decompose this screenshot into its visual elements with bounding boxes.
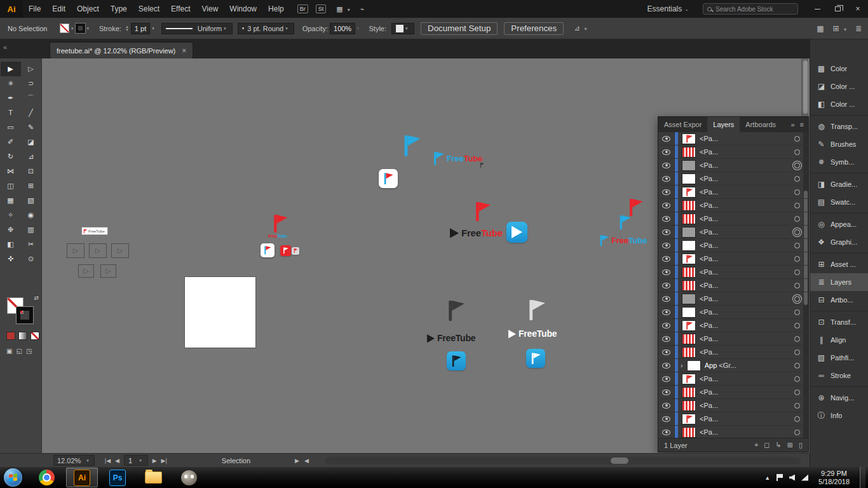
dock-item-layers[interactable]: ≣Layers bbox=[810, 273, 868, 291]
start-button[interactable] bbox=[4, 468, 22, 487]
layer-row[interactable]: <Pa... bbox=[658, 186, 808, 199]
tool-scale[interactable]: ⊿ bbox=[21, 149, 41, 164]
layer-row[interactable]: <Pa... bbox=[658, 159, 808, 172]
artwork-flag-dark[interactable] bbox=[447, 301, 465, 321]
artwork-placeholder-icon[interactable]: ▷ bbox=[89, 243, 107, 258]
target-icon[interactable] bbox=[794, 349, 800, 355]
target-icon[interactable] bbox=[794, 296, 800, 302]
tool-shape-builder[interactable]: ◫ bbox=[1, 179, 21, 193]
artwork-flag-dark-tiny[interactable] bbox=[480, 163, 484, 168]
arrange-panel-icon[interactable]: ⊞ ▾ bbox=[833, 24, 846, 33]
dock-item-color-themes[interactable]: ◧Color ... bbox=[810, 95, 868, 113]
visibility-eye-icon[interactable] bbox=[658, 252, 675, 265]
visibility-eye-icon[interactable] bbox=[658, 332, 675, 345]
artwork-appicon-white[interactable] bbox=[379, 169, 398, 188]
artwork-appicon-blue-darkflag[interactable] bbox=[447, 351, 466, 370]
tool-gradient[interactable]: ▧ bbox=[21, 193, 41, 208]
visibility-eye-icon[interactable] bbox=[658, 199, 675, 212]
dock-item-transparency[interactable]: ◍Transp... bbox=[810, 118, 868, 135]
artwork-placeholder-icon[interactable]: ▷ bbox=[100, 264, 116, 278]
dock-item-asset-export[interactable]: ⊞Asset ... bbox=[810, 255, 868, 273]
artwork-flag-red-2[interactable] bbox=[474, 202, 491, 221]
target-icon[interactable] bbox=[794, 136, 800, 142]
delete-layer-icon[interactable]: ▯ bbox=[799, 441, 803, 449]
dock-item-symbols[interactable]: ✵Symb... bbox=[810, 153, 868, 171]
layer-row[interactable]: <Pa... bbox=[658, 319, 808, 332]
artwork-mini-logo[interactable]: FreeTube bbox=[81, 227, 108, 235]
next-artboard-icon[interactable]: ▶ bbox=[153, 458, 157, 464]
target-icon[interactable] bbox=[794, 376, 800, 382]
color-button[interactable] bbox=[6, 332, 15, 340]
visibility-eye-icon[interactable] bbox=[658, 172, 675, 185]
tool-artboard[interactable]: ◧ bbox=[1, 237, 21, 252]
adobe-stock-search[interactable] bbox=[703, 3, 798, 15]
dock-item-transform[interactable]: ⊡Transf... bbox=[810, 313, 868, 331]
artwork-placeholder-icon[interactable]: ▷ bbox=[78, 264, 94, 278]
swap-fill-stroke-icon[interactable]: ⇄ bbox=[34, 295, 39, 301]
target-icon[interactable] bbox=[794, 323, 800, 329]
tool-rectangle[interactable]: ▭ bbox=[1, 120, 21, 135]
dock-item-stroke[interactable]: ═Stroke bbox=[810, 367, 868, 384]
vertical-scroll-thumb[interactable] bbox=[803, 60, 808, 114]
menu-item-help[interactable]: Help bbox=[262, 0, 290, 18]
document-setup-button[interactable]: Document Setup bbox=[421, 22, 498, 35]
artwork-flag-light[interactable] bbox=[527, 300, 545, 320]
artwork-appicon-white-small[interactable] bbox=[261, 243, 275, 257]
visibility-eye-icon[interactable] bbox=[658, 212, 675, 225]
menu-item-file[interactable]: File bbox=[23, 0, 46, 18]
visibility-eye-icon[interactable] bbox=[658, 239, 675, 252]
layer-row[interactable]: <Pa... bbox=[658, 199, 808, 212]
visibility-eye-icon[interactable] bbox=[658, 386, 675, 398]
tool-free-transform[interactable]: ⊡ bbox=[21, 164, 41, 179]
tool-perspective-grid[interactable]: ⊞ bbox=[21, 179, 41, 193]
target-icon[interactable] bbox=[794, 269, 800, 275]
workspace-switcher[interactable]: Essentials ⌄ bbox=[642, 4, 694, 13]
artwork-flag-blue-large[interactable] bbox=[402, 135, 421, 156]
visibility-eye-icon[interactable] bbox=[658, 132, 675, 145]
scroll-right-icon[interactable]: ◀ bbox=[304, 458, 309, 464]
artwork-flag-red-3[interactable] bbox=[628, 199, 643, 216]
artwork-lockup-white[interactable]: FreeTube bbox=[508, 329, 557, 339]
taskbar-photoshop[interactable]: Ps bbox=[102, 468, 133, 487]
zoom-control[interactable]: 12.02% ▾ bbox=[53, 455, 95, 466]
target-icon[interactable] bbox=[794, 390, 800, 395]
target-icon[interactable] bbox=[794, 176, 800, 182]
network-icon[interactable] bbox=[801, 475, 808, 481]
artboard-number-box[interactable]: 1 ▾ bbox=[124, 455, 148, 466]
minimize-button[interactable] bbox=[807, 0, 827, 18]
target-icon[interactable] bbox=[794, 283, 800, 288]
stroke-weight-dropdown-icon[interactable]: ▾ bbox=[152, 26, 154, 31]
tool-mesh[interactable]: ▦ bbox=[1, 193, 21, 208]
dock-item-align[interactable]: ∥Align bbox=[810, 331, 868, 349]
panel-menu-icon[interactable]: ≡ bbox=[800, 121, 804, 128]
prev-artboard-icon[interactable]: ◀ bbox=[115, 458, 119, 464]
action-center-flag-icon[interactable] bbox=[776, 474, 783, 481]
opacity-panel-arrow-icon[interactable]: › bbox=[357, 26, 358, 30]
target-icon[interactable] bbox=[794, 403, 800, 409]
layer-row[interactable]: ›App<Gr... bbox=[658, 359, 808, 372]
menu-item-select[interactable]: Select bbox=[133, 0, 165, 18]
artwork-appicon-blue-whiteflag[interactable] bbox=[526, 349, 545, 368]
artwork-appicon-blue-play[interactable] bbox=[506, 222, 527, 243]
taskbar-chrome[interactable] bbox=[31, 468, 62, 487]
tool-eraser[interactable]: ◪ bbox=[21, 135, 41, 149]
visibility-eye-icon[interactable] bbox=[658, 426, 675, 438]
expand-caret-icon[interactable]: › bbox=[681, 362, 683, 369]
target-icon[interactable] bbox=[794, 216, 800, 222]
scroll-left-icon[interactable]: ▶ bbox=[295, 458, 299, 464]
visibility-eye-icon[interactable] bbox=[658, 372, 675, 385]
target-icon[interactable] bbox=[794, 163, 800, 168]
target-icon[interactable] bbox=[794, 430, 800, 435]
visibility-eye-icon[interactable] bbox=[658, 266, 675, 278]
stroke-dropdown-icon[interactable]: ▾ bbox=[87, 26, 90, 31]
layer-row[interactable]: <Pa... bbox=[658, 332, 808, 346]
panel-grid-icon[interactable]: ▦ bbox=[817, 24, 824, 33]
artwork-lockup-dark[interactable]: FreeTube bbox=[427, 333, 475, 343]
dock-item-color-guide[interactable]: ◪Color ... bbox=[810, 78, 868, 95]
layer-row[interactable]: <Pa... bbox=[658, 239, 808, 252]
locate-object-icon[interactable]: ⌖ bbox=[754, 441, 758, 449]
app-logo[interactable]: Ai bbox=[0, 0, 23, 18]
visibility-eye-icon[interactable] bbox=[658, 292, 675, 305]
artwork-lockup-play-dark[interactable]: FreeTube bbox=[450, 227, 503, 238]
layer-row[interactable]: <Pa... bbox=[658, 266, 808, 279]
